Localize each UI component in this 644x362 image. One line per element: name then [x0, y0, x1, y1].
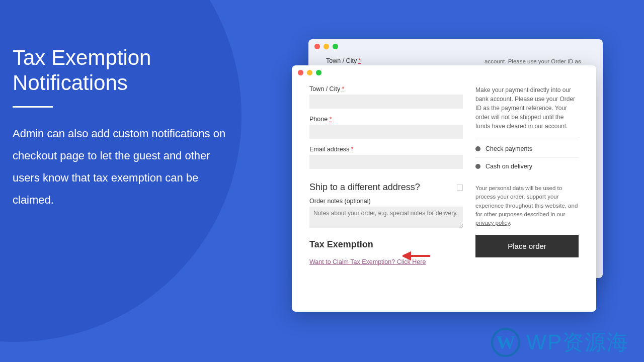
watermark-text: WP资源海	[526, 328, 629, 356]
cod-option[interactable]: Cash on delivery	[475, 157, 579, 175]
order-notes-label: Order notes (optional)	[309, 198, 463, 205]
titlebar	[308, 39, 603, 53]
title-line1: Tax Exemption	[13, 46, 151, 69]
title-line2: Notifications	[13, 71, 128, 95]
payment-notice: Make your payment directly into our bank…	[475, 85, 579, 131]
privacy-policy-link[interactable]: privacy policy	[475, 220, 510, 226]
titlebar	[292, 65, 596, 79]
checkout-window: Town / City * Phone * Email address * Sh…	[292, 65, 596, 312]
title-underline	[13, 106, 53, 108]
close-icon[interactable]	[314, 44, 320, 49]
payment-section: Make your payment directly into our bank…	[475, 85, 579, 266]
minimize-icon[interactable]	[324, 44, 329, 49]
maximize-icon[interactable]	[333, 44, 338, 49]
check-payments-option[interactable]: Check payments	[475, 140, 579, 157]
town-label: Town / City *	[309, 85, 463, 93]
watermark: W WP资源海	[491, 328, 629, 357]
order-notes-field[interactable]	[309, 207, 463, 228]
arrow-icon	[403, 250, 430, 261]
ship-different-checkbox[interactable]	[457, 185, 463, 191]
email-label: Email address *	[309, 146, 463, 153]
privacy-text: Your personal data will be used to proce…	[475, 184, 579, 227]
hero-text: Tax Exemption Notifications Admin can al…	[13, 45, 234, 211]
town-field[interactable]	[309, 95, 463, 109]
billing-form: Town / City * Phone * Email address * Sh…	[309, 85, 463, 266]
phone-field[interactable]	[309, 125, 463, 139]
ship-different-heading: Ship to a different address?	[309, 182, 463, 193]
check-payments-label: Check payments	[486, 145, 532, 152]
place-order-button[interactable]: Place order	[475, 235, 579, 257]
radio-icon	[475, 164, 480, 169]
hero-title: Tax Exemption Notifications	[13, 45, 234, 96]
close-icon[interactable]	[298, 70, 303, 75]
radio-icon	[475, 146, 480, 151]
cod-label: Cash on delivery	[486, 163, 532, 170]
town-label-back: Town / City *	[326, 57, 472, 64]
tax-exemption-heading: Tax Exemption	[309, 239, 463, 250]
email-field[interactable]	[309, 155, 463, 169]
maximize-icon[interactable]	[316, 70, 321, 75]
phone-label: Phone *	[309, 116, 463, 123]
wordpress-logo-icon: W	[491, 328, 520, 357]
hero-description: Admin can also add custom notifications …	[13, 123, 234, 211]
minimize-icon[interactable]	[307, 70, 312, 75]
